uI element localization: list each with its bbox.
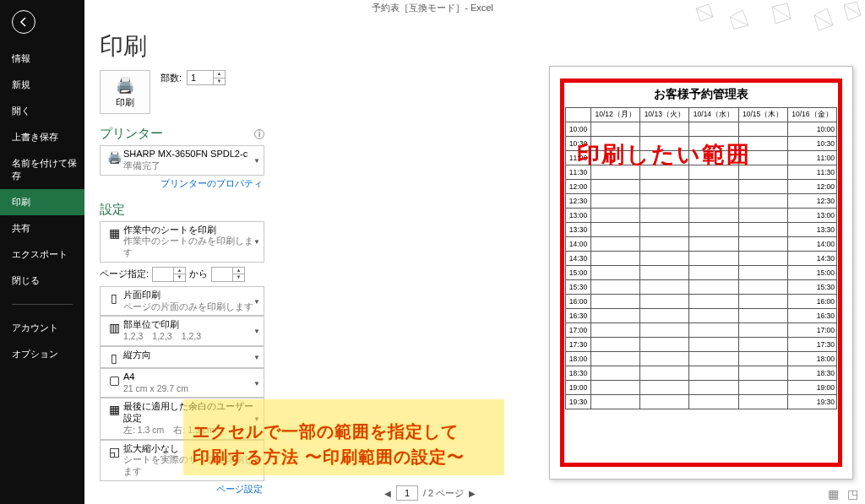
page-from-spinner[interactable]: ▲▼	[152, 267, 186, 282]
portrait-icon: ▯	[105, 350, 123, 365]
info-icon[interactable]: i	[254, 129, 264, 139]
sidebar-item-6[interactable]: 共有	[0, 215, 84, 241]
printer-selector[interactable]: 🖨️ SHARP MX-3650FN SPDL2-c準備完了 ▼	[100, 145, 264, 176]
sides-selector[interactable]: ▯ 片面印刷ページの片面のみを印刷します ▼	[100, 286, 264, 317]
zoom-to-page-icon[interactable]: ◳	[847, 487, 858, 501]
pager-next[interactable]: ▶	[469, 489, 476, 498]
print-scope-selector[interactable]: ▦ 作業中のシートを印刷作業中のシートのみを印刷します ▼	[100, 221, 264, 263]
sidebar-item-0[interactable]: 情報	[0, 46, 84, 72]
paper-icon: ▢	[105, 371, 123, 387]
sidebar-item-3[interactable]: 上書き保存	[0, 124, 84, 150]
chevron-down-icon: ▼	[253, 353, 260, 360]
print-button[interactable]: 🖨️ 印刷	[100, 70, 150, 114]
print-button-label: 印刷	[116, 96, 134, 109]
preview-pager: ◀ / 2 ページ ▶	[384, 485, 476, 501]
page-setup-link[interactable]: ページ設定	[100, 481, 264, 496]
spin-down-icon[interactable]: ▼	[214, 79, 225, 85]
collate-selector[interactable]: ▥ 部単位で印刷1,2,3 1,2,3 1,2,3 ▼	[100, 316, 264, 346]
sidebar-item-7[interactable]: エクスポート	[0, 241, 84, 268]
preview-doc-title: お客様予約管理表	[565, 87, 837, 107]
sidebar-item2-0[interactable]: アカウント	[0, 315, 84, 341]
chevron-down-icon: ▼	[253, 156, 260, 164]
sidebar-item-5[interactable]: 印刷	[0, 189, 84, 215]
chevron-down-icon: ▼	[253, 328, 260, 335]
show-margins-icon[interactable]: ▦	[828, 487, 839, 501]
pager-total: / 2 ページ	[423, 487, 464, 500]
printer-section-title: プリンター	[100, 126, 163, 142]
sidebar-item-1[interactable]: 新規	[0, 72, 84, 98]
scale-icon: ◱	[105, 443, 123, 458]
chevron-down-icon: ▼	[253, 297, 260, 305]
back-arrow-icon	[18, 16, 30, 28]
sidebar-item-2[interactable]: 開く	[0, 98, 84, 124]
copies-label: 部数:	[160, 72, 182, 84]
page-from-input[interactable]	[153, 268, 173, 281]
orientation-selector[interactable]: ▯ 縦方向 ▼	[100, 346, 264, 368]
red-annotation-text: 印刷したい範囲	[577, 139, 751, 170]
page-range-row: ページ指定: ▲▼ から ▲▼	[100, 267, 264, 282]
page-icon: ▯	[105, 290, 123, 305]
sidebar-item-4[interactable]: 名前を付けて保存	[0, 150, 84, 189]
backstage-sidebar: 情報新規開く上書き保存名前を付けて保存印刷共有エクスポート閉じる アカウントオプ…	[0, 0, 84, 504]
print-preview: お客様予約管理表 10/12（月）10/13（火）10/14（水）10/15（木…	[549, 66, 853, 480]
paper-size-selector[interactable]: ▢ A421 cm x 29.7 cm ▼	[100, 368, 264, 398]
page-heading: 印刷	[84, 15, 865, 71]
printer-properties-link[interactable]: プリンターのプロパティ	[100, 176, 264, 190]
sidebar-item-8[interactable]: 閉じる	[0, 268, 84, 294]
spin-up-icon[interactable]: ▲	[214, 71, 225, 79]
collate-icon: ▥	[105, 319, 123, 334]
copies-spinner[interactable]: ▲▼	[187, 70, 226, 85]
pager-page-input[interactable]	[396, 485, 418, 501]
settings-section-title: 設定	[100, 202, 125, 218]
pager-prev[interactable]: ◀	[384, 489, 391, 498]
printer-status-icon: 🖨️	[105, 149, 123, 164]
window-title: 予約表［互換モード］- Excel	[0, 0, 865, 15]
chevron-down-icon: ▼	[253, 379, 260, 387]
margins-icon: ▦	[105, 401, 123, 416]
printer-icon: 🖨️	[116, 76, 134, 95]
page-to-input[interactable]	[212, 268, 232, 281]
sheet-icon: ▦	[105, 225, 123, 240]
page-to-spinner[interactable]: ▲▼	[211, 267, 245, 282]
back-button[interactable]	[12, 10, 35, 34]
sidebar-item2-1[interactable]: オプション	[0, 341, 84, 367]
copies-input[interactable]	[188, 71, 213, 84]
annotation-text: エクセルで一部の範囲を指定して 印刷する方法 〜印刷範囲の設定〜	[193, 419, 465, 469]
chevron-down-icon: ▼	[253, 238, 260, 246]
